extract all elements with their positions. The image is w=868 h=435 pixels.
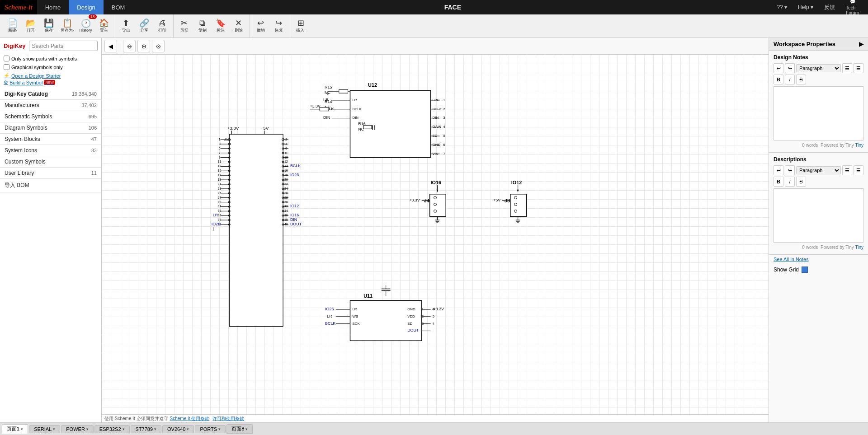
open-btn[interactable]: 📂打开 bbox=[22, 16, 40, 36]
list2-btn[interactable]: ☰ bbox=[854, 63, 863, 73]
design-notes-word-count: 0 words Powered by Tiny Tiny bbox=[774, 142, 863, 149]
svg-text:5: 5 bbox=[433, 314, 435, 318]
svg-text:27: 27 bbox=[218, 196, 222, 199]
svg-text:U12: U12 bbox=[368, 82, 377, 88]
tab-st7789[interactable]: ST7789 ▾ bbox=[131, 425, 162, 433]
nav-left-btn[interactable]: ◀ bbox=[104, 40, 117, 52]
svg-text:2: 2 bbox=[422, 314, 424, 318]
feedback-btn[interactable]: 反馈 bbox=[820, 3, 840, 12]
schematic-canvas[interactable]: +3.3V +5V J2 1 2 bbox=[102, 55, 769, 422]
tab-ports[interactable]: PORTS ▾ bbox=[195, 425, 226, 433]
descriptions-textarea[interactable] bbox=[774, 188, 863, 243]
svg-text:LR: LR bbox=[327, 314, 332, 318]
svg-text:LR: LR bbox=[213, 213, 218, 217]
redo-btn[interactable]: ↪恢复 bbox=[270, 16, 288, 36]
checkbox-graphical-input[interactable] bbox=[4, 64, 9, 70]
list-desc-btn[interactable]: ☰ bbox=[842, 165, 852, 175]
annotate-btn[interactable]: 🔖标注 bbox=[212, 16, 230, 36]
svg-text:5: 5 bbox=[219, 147, 221, 150]
tab-page8[interactable]: 页面8 ▾ bbox=[226, 424, 253, 434]
tab-esp32s2[interactable]: ESP32S2 ▾ bbox=[94, 425, 130, 433]
zoom-out-btn[interactable]: ⊖ bbox=[123, 40, 136, 52]
zoom-in-btn[interactable]: ⊕ bbox=[137, 40, 150, 52]
list2-desc-btn[interactable]: ☰ bbox=[854, 165, 863, 175]
save-btn[interactable]: 💾保存 bbox=[40, 16, 58, 36]
tab-esp32s2-label: ESP32S2 bbox=[99, 426, 121, 432]
redo-notes-btn[interactable]: ↪ bbox=[785, 63, 795, 73]
tech-forum-btn[interactable]: 💬TechForum bbox=[841, 0, 863, 16]
paragraph-desc-select[interactable]: Paragraph bbox=[796, 166, 841, 174]
delete-btn[interactable]: ✕删除 bbox=[230, 16, 248, 36]
cat-system-icons[interactable]: System Icons 33 bbox=[0, 145, 101, 156]
main-btn[interactable]: 🏠置主 bbox=[95, 16, 113, 36]
italic-btn[interactable]: I bbox=[785, 75, 795, 84]
save-as-btn[interactable]: 📋另存为· bbox=[58, 16, 77, 36]
svg-text:5: 5 bbox=[443, 134, 445, 138]
export-btn[interactable]: ⬆导出 bbox=[117, 16, 135, 36]
svg-text:19: 19 bbox=[218, 178, 222, 181]
tab-serial[interactable]: SERIAL ▾ bbox=[29, 425, 60, 433]
checkbox-symbols-input[interactable] bbox=[4, 56, 9, 61]
collapse-icon[interactable]: ▶ bbox=[859, 41, 863, 47]
undo-desc-btn[interactable]: ↩ bbox=[774, 165, 783, 175]
bold-desc-btn[interactable]: B bbox=[774, 177, 783, 187]
import-bom[interactable]: 导入 BOM bbox=[0, 179, 101, 192]
tab-ov2640[interactable]: OV2640 ▾ bbox=[162, 425, 194, 433]
cat-diagram[interactable]: Diagram Symbols 106 bbox=[0, 122, 101, 134]
strikethrough-desc-btn[interactable]: S bbox=[796, 177, 806, 187]
new-btn[interactable]: 📄新建· bbox=[4, 16, 22, 36]
edit-group: ✂剪切 ⧉复制 🔖标注 ✕删除 bbox=[174, 14, 250, 37]
insert-btn[interactable]: ⊞插入· bbox=[292, 16, 310, 36]
show-grid-checkbox[interactable] bbox=[802, 267, 808, 273]
zoom-fit-btn[interactable]: ⊙ bbox=[152, 40, 165, 52]
svg-text:6: 6 bbox=[285, 147, 287, 150]
descriptions-title: Descriptions bbox=[774, 156, 863, 163]
help-question-btn[interactable]: ?? ▾ bbox=[772, 3, 792, 11]
cat-digikey[interactable]: Digi-Key Catalog 19,384,340 bbox=[0, 89, 101, 100]
nav-home[interactable]: Home bbox=[37, 0, 69, 14]
list-btn[interactable]: ☰ bbox=[842, 63, 852, 73]
cat-schematic[interactable]: Schematic Symbols 695 bbox=[0, 111, 101, 122]
tab-serial-arrow: ▾ bbox=[53, 427, 55, 431]
search-input[interactable] bbox=[29, 42, 98, 51]
cat-manufacturers[interactable]: Manufacturers 37,402 bbox=[0, 100, 101, 111]
undo-btn[interactable]: ↩撤销 bbox=[252, 16, 270, 36]
see-all-notes-link[interactable]: See All in Notes bbox=[769, 255, 868, 264]
svg-text:BCLK: BCLK bbox=[433, 107, 442, 111]
copy-btn[interactable]: ⧉复制 bbox=[193, 16, 212, 36]
undo-notes-btn[interactable]: ↩ bbox=[774, 63, 783, 73]
tab-page1-arrow: ▾ bbox=[21, 427, 23, 431]
cat-system-blocks[interactable]: System Blocks 47 bbox=[0, 134, 101, 145]
svg-marker-190 bbox=[436, 190, 438, 192]
svg-text:VIN: VIN bbox=[433, 152, 439, 156]
build-symbol-link[interactable]: ⚙ Build a Symbol NEW bbox=[4, 80, 98, 85]
cut-btn[interactable]: ✂剪切 bbox=[175, 16, 193, 36]
cat-custom[interactable]: Custom Symbols bbox=[0, 156, 101, 168]
redo-desc-btn[interactable]: ↪ bbox=[785, 165, 795, 175]
history-btn[interactable]: 🕐History bbox=[77, 16, 95, 36]
print-btn[interactable]: 🖨打印 bbox=[153, 16, 171, 36]
powered-by-tiny: Powered by Tiny Tiny bbox=[821, 143, 863, 148]
share-btn[interactable]: 🔗分享 bbox=[135, 16, 153, 36]
nav-bom[interactable]: BOM bbox=[104, 0, 133, 14]
design-notes-textarea[interactable] bbox=[774, 86, 863, 140]
bold-btn[interactable]: B bbox=[774, 75, 783, 84]
svg-rect-181 bbox=[320, 108, 329, 111]
tab-power[interactable]: POWER ▾ bbox=[61, 425, 94, 433]
help-menu-btn[interactable]: Help ▾ bbox=[793, 3, 818, 11]
svg-rect-192 bbox=[430, 194, 446, 216]
history-btn-wrap: 🕐History 15 bbox=[77, 16, 95, 36]
toolbar: 📄新建· 📂打开 💾保存 📋另存为· 🕐History 15 🏠置主 ⬆导出 🔗… bbox=[0, 14, 868, 38]
strikethrough-btn[interactable]: S bbox=[796, 75, 806, 84]
cat-user-library[interactable]: User Library 11 bbox=[0, 168, 101, 179]
svg-text:U11: U11 bbox=[363, 293, 373, 299]
nav-design[interactable]: Design bbox=[69, 0, 103, 14]
svg-text:15: 15 bbox=[218, 169, 222, 172]
canvas-area: ◀ ⊖ ⊕ ⊙ +3.3V +5V J2 bbox=[102, 38, 769, 422]
paragraph-select[interactable]: Paragraph bbox=[796, 64, 841, 72]
svg-text:DOUT: DOUT bbox=[290, 222, 302, 226]
open-design-starter-link[interactable]: ⚡ Open a Design Starter bbox=[4, 73, 98, 79]
svg-text:R14: R14 bbox=[325, 99, 332, 104]
italic-desc-btn[interactable]: I bbox=[785, 177, 795, 187]
tab-page1[interactable]: 页面1 ▾ bbox=[2, 424, 28, 434]
